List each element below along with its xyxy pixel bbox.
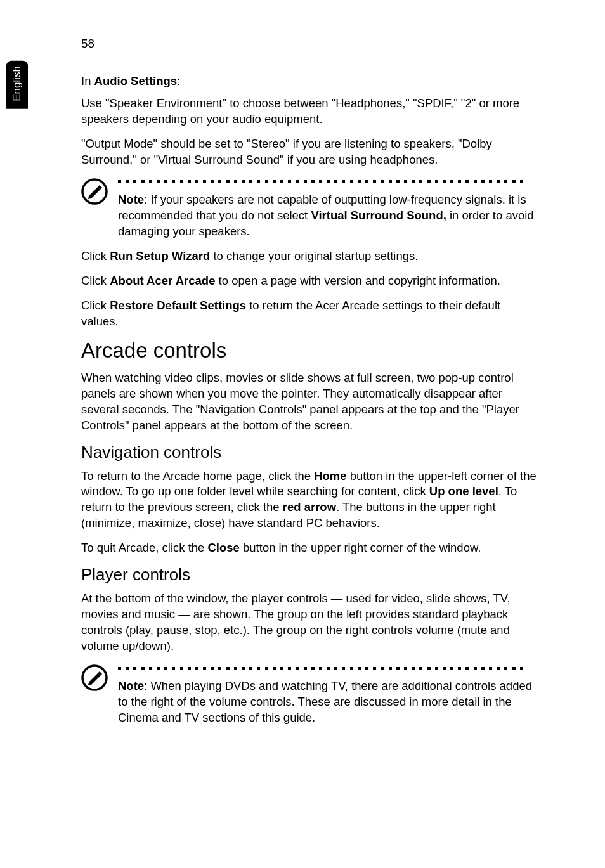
quit-b: button in the upper right corner of the … [240, 541, 481, 554]
note-label: Note [118, 193, 144, 206]
about-acer-arcade: About Acer Arcade [110, 274, 215, 287]
click-text: Click [81, 249, 110, 262]
run-setup-tail: to change your original startup settings… [210, 249, 418, 262]
pencil-note-icon [81, 178, 108, 205]
player-controls-heading: Player controls [81, 565, 538, 585]
arcade-controls-heading: Arcade controls [81, 339, 538, 363]
run-setup-wizard: Run Setup Wizard [110, 249, 210, 262]
language-tab: English [6, 61, 28, 109]
page-number: 58 [81, 37, 94, 51]
audio-settings-label: Audio Settings [94, 74, 178, 87]
vss-bold: Virtual Surround Sound, [311, 209, 446, 222]
click-text-3: Click [81, 299, 110, 312]
note2-text: : When playing DVDs and watching TV, the… [118, 679, 532, 724]
nav-para: To return to the Arcade home page, click… [81, 469, 538, 532]
note-right-1: Note: If your speakers are not capable o… [118, 177, 538, 240]
click-text-2: Click [81, 274, 110, 287]
close-bold: Close [208, 541, 240, 554]
note-right-2: Note: When playing DVDs and watching TV,… [118, 663, 538, 726]
colon: : [177, 74, 180, 87]
speaker-env-para: Use "Speaker Environment" to choose betw… [81, 96, 538, 127]
quit-a: To quit Arcade, click the [81, 541, 208, 554]
in-text: In [81, 74, 94, 87]
dotted-divider [118, 663, 538, 673]
run-setup-para: Click Run Setup Wizard to change your or… [81, 249, 538, 264]
main-content: In Audio Settings: Use "Speaker Environm… [81, 74, 538, 735]
note-block-2: Note: When playing DVDs and watching TV,… [81, 663, 538, 726]
arcade-controls-para: When watching video clips, movies or sli… [81, 370, 538, 434]
about-tail: to open a page with version and copyrigh… [215, 274, 500, 287]
note-2-text: Note: When playing DVDs and watching TV,… [118, 678, 538, 726]
player-para: At the bottom of the window, the player … [81, 591, 538, 654]
note-1-text: Note: If your speakers are not capable o… [118, 192, 538, 240]
quit-para: To quit Arcade, click the Close button i… [81, 540, 538, 556]
red-arrow-bold: red arrow [283, 500, 336, 514]
dotted-divider [118, 177, 538, 187]
home-bold: Home [314, 469, 346, 483]
nav-a: To return to the Arcade home page, click… [81, 469, 314, 483]
note-block-1: Note: If your speakers are not capable o… [81, 177, 538, 240]
pencil-note-icon [81, 664, 108, 691]
about-para: Click About Acer Arcade to open a page w… [81, 273, 538, 289]
restore-default: Restore Default Settings [110, 299, 246, 312]
audio-settings-heading: In Audio Settings: [81, 74, 538, 89]
note-label-2: Note [118, 679, 144, 692]
output-mode-para: "Output Mode" should be set to "Stereo" … [81, 136, 538, 168]
restore-para: Click Restore Default Settings to return… [81, 298, 538, 330]
navigation-controls-heading: Navigation controls [81, 443, 538, 462]
up-one-level-bold: Up one level [429, 484, 498, 498]
